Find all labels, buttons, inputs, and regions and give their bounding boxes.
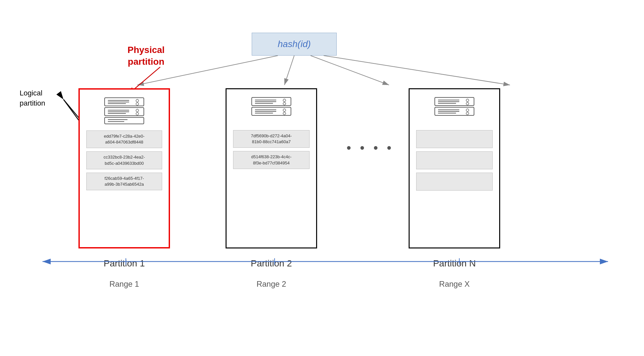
svg-point-17 <box>136 99 139 102</box>
partition-1-row-1: edd79fe7-c28a-42e0-a604-847063df8448 <box>86 130 162 148</box>
partition-n-range: Range X <box>409 280 500 289</box>
physical-partition-label: Physical partition <box>127 44 165 68</box>
svg-point-50 <box>466 109 469 111</box>
server-icon-1 <box>103 96 145 126</box>
partition-2-row-1: 7df5690b-d272-4a04-81b0-88cc741a60a7 <box>233 130 310 148</box>
svg-line-8 <box>324 56 510 85</box>
svg-point-39 <box>283 112 286 115</box>
partition-1-range: Range 1 <box>78 280 170 289</box>
svg-point-24 <box>136 112 139 115</box>
hash-label: hash(id) <box>278 39 311 49</box>
hash-box: hash(id) <box>252 33 337 56</box>
svg-point-51 <box>466 112 469 115</box>
partition-n-row-2 <box>416 151 493 169</box>
svg-point-23 <box>136 109 139 112</box>
partition-1-row-2: cc332bc8-23b2-4ea2-bd5c-a0439633bd00 <box>86 151 162 169</box>
logical-partition-label: Logical partition <box>20 88 45 109</box>
partition-2-range: Range 2 <box>226 280 317 289</box>
ellipsis-dots: • • • • <box>347 141 394 155</box>
timeline-arrow <box>39 255 611 268</box>
partition-n-row-1 <box>416 130 493 148</box>
svg-point-32 <box>283 99 286 102</box>
partition-2-box: 7df5690b-d272-4a04-81b0-88cc741a60a7 d51… <box>226 88 317 248</box>
server-icon-n <box>433 96 476 125</box>
partition-n-row-3 <box>416 173 493 191</box>
svg-point-45 <box>466 102 469 105</box>
partition-1-box: edd79fe7-c28a-42e0-a604-847063df8448 cc3… <box>78 88 170 248</box>
svg-line-7 <box>311 56 389 85</box>
svg-line-6 <box>284 56 294 85</box>
svg-point-18 <box>136 103 139 105</box>
diagram-container: hash(id) <box>0 0 644 356</box>
server-icon-2 <box>250 96 293 125</box>
partition-n-box <box>409 88 500 248</box>
svg-point-44 <box>466 99 469 102</box>
svg-point-38 <box>283 109 286 111</box>
svg-rect-25 <box>105 117 144 124</box>
partition-1-row-3: f26cab59-4a65-4f17-a99b-3b745ab6542a <box>86 173 162 190</box>
svg-point-33 <box>283 102 286 105</box>
partition-2-row-2: d514f638-223b-4c4c-8f3e-bd77cf384954 <box>233 151 310 169</box>
